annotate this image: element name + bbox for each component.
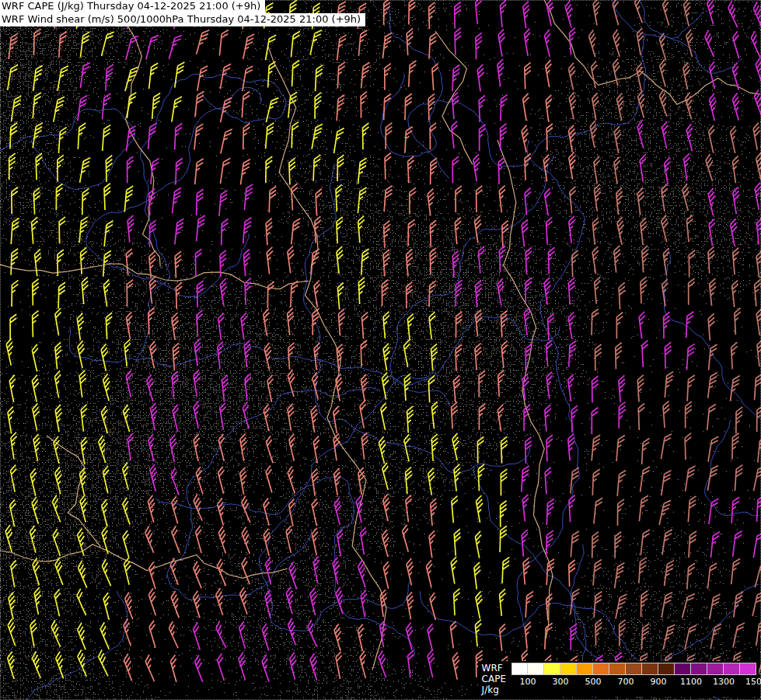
legend-label-cape: CAPE bbox=[482, 674, 506, 684]
legend-tick-label: 700 bbox=[618, 677, 634, 687]
legend-swatch bbox=[609, 663, 626, 675]
legend-tick-label: 1300 bbox=[713, 677, 735, 687]
legend-tick-label: 1100 bbox=[680, 677, 702, 687]
legend-swatch bbox=[724, 663, 740, 675]
legend-colorbar: 100300500700900110013001500 bbox=[511, 663, 756, 687]
legend-swatch bbox=[577, 663, 593, 675]
legend-swatch bbox=[593, 663, 609, 675]
legend-tick-label: 500 bbox=[585, 677, 602, 687]
legend-swatch bbox=[626, 663, 642, 675]
legend-swatch bbox=[511, 663, 528, 675]
weather-map-stage: WRF CAPE (J/kg) Thursday 04-12-2025 21:0… bbox=[0, 0, 761, 700]
legend-tick-label: 1500 bbox=[745, 677, 761, 687]
legend-tick-label: 300 bbox=[553, 677, 569, 687]
legend-tick-row: 100300500700900110013001500 bbox=[511, 675, 756, 687]
legend-swatch bbox=[691, 663, 707, 675]
title-cape: WRF CAPE (J/kg) Thursday 04-12-2025 21:0… bbox=[0, 0, 265, 13]
legend-swatch-row bbox=[511, 663, 756, 675]
cape-legend: WRF CAPE J/kg 10030050070090011001300150… bbox=[478, 661, 759, 696]
legend-swatch bbox=[528, 663, 544, 675]
legend-swatch bbox=[544, 663, 560, 675]
legend-label-column: WRF CAPE J/kg bbox=[482, 663, 506, 695]
legend-swatch bbox=[707, 663, 724, 675]
legend-tick-label: 100 bbox=[520, 677, 536, 687]
title-block: WRF CAPE (J/kg) Thursday 04-12-2025 21:0… bbox=[0, 0, 365, 26]
legend-swatch bbox=[740, 663, 756, 675]
legend-swatch bbox=[560, 663, 577, 675]
legend-label-units: J/kg bbox=[482, 684, 506, 695]
legend-swatch bbox=[658, 663, 675, 675]
legend-label-wrf: WRF bbox=[482, 663, 506, 674]
legend-swatch bbox=[642, 663, 658, 675]
title-wind-shear: WRF Wind shear (m/s) 500/1000hPa Thursda… bbox=[0, 13, 365, 26]
legend-tick-label: 900 bbox=[651, 677, 667, 687]
legend-swatch bbox=[675, 663, 691, 675]
weather-map-canvas bbox=[0, 0, 761, 700]
